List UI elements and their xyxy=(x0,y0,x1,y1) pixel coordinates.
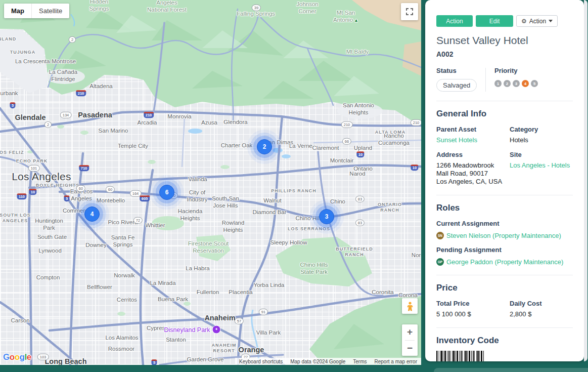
status-badge: Salvaged xyxy=(436,79,477,92)
attribution-item[interactable]: Terms xyxy=(353,359,367,364)
daily-cost-label: Daily Cost xyxy=(510,300,573,307)
map-cluster-marker[interactable]: 3 xyxy=(319,209,334,224)
address-value: 1266 Meadowbrook Mall Road, 90017 Los An… xyxy=(436,161,510,186)
google-logo-letter: e xyxy=(27,352,31,362)
app-window: ✦ Map Satellite + − Goog xyxy=(0,0,588,372)
priority-dot-1[interactable]: 1 xyxy=(494,80,502,87)
google-logo-letter: o xyxy=(10,352,15,362)
daily-cost-value: 2,800 $ xyxy=(510,310,573,318)
price-heading: Price xyxy=(436,283,573,293)
section-divider xyxy=(436,101,573,101)
chevron-down-icon xyxy=(549,20,553,22)
map-cluster-marker[interactable]: 4 xyxy=(84,206,100,222)
priority-dots: 12345 xyxy=(494,80,540,87)
total-price-value: 5 100 000 $ xyxy=(436,310,510,318)
map-zoom-control: + − xyxy=(402,324,418,356)
action-button[interactable]: Action xyxy=(436,15,473,27)
priority-dot-4[interactable]: 4 xyxy=(522,80,529,87)
parent-asset-label: Parent Asset xyxy=(436,126,510,133)
parent-asset-link[interactable]: Sunset Hotels xyxy=(436,136,477,144)
google-logo-letter: g xyxy=(20,352,25,362)
attribution-item[interactable]: Keyboard shortcuts xyxy=(239,359,283,364)
panel-scrollbar[interactable] xyxy=(584,0,587,361)
status-divider xyxy=(485,68,486,92)
google-logo[interactable]: Google xyxy=(3,352,31,362)
map-type-satellite-button[interactable]: Satellite xyxy=(32,7,69,15)
priority-dot-5[interactable]: 5 xyxy=(531,80,538,87)
map-canvas[interactable]: ✦ Map Satellite + − Goog xyxy=(0,0,421,365)
address-label: Address xyxy=(436,151,510,158)
fullscreen-button[interactable] xyxy=(401,3,418,20)
total-price-label: Total Price xyxy=(436,300,510,307)
status-label: Status xyxy=(436,67,478,74)
next-card-edge xyxy=(434,368,588,372)
category-label: Category xyxy=(510,126,573,133)
gear-icon: ⚙ xyxy=(521,18,527,24)
page-title: Sunset Valley Hotel xyxy=(436,34,573,47)
panel-toolbar: Action Edit ⚙ Action xyxy=(436,15,573,27)
zoom-out-button[interactable]: − xyxy=(402,341,418,356)
priority-label: Priority xyxy=(494,67,540,74)
section-divider xyxy=(436,195,573,195)
priority-dot-2[interactable]: 2 xyxy=(504,80,511,87)
edit-button[interactable]: Edit xyxy=(476,15,513,27)
section-divider xyxy=(436,275,573,275)
zoom-in-button[interactable]: + xyxy=(402,324,418,340)
avatar: GP xyxy=(436,258,444,266)
category-value: Hotels xyxy=(510,136,573,144)
map-type-map-button[interactable]: Map xyxy=(4,7,31,15)
map-cluster-marker[interactable]: 2 xyxy=(257,139,272,154)
attribution-item[interactable]: Report a map error xyxy=(375,359,417,364)
general-info-heading: General Info xyxy=(436,109,573,119)
site-label: Site xyxy=(510,151,573,158)
site-link[interactable]: Los Angeles - Hotels xyxy=(510,161,570,169)
action-dropdown-button[interactable]: ⚙ Action xyxy=(516,15,558,27)
fullscreen-icon xyxy=(405,8,414,16)
status-priority-row: Status Salvaged Priority 12345 xyxy=(436,67,573,92)
disneyland-poi-icon[interactable]: ✦ xyxy=(212,325,221,334)
barcode xyxy=(436,351,485,361)
current-assignment-row: SN Steven Nielson (Property Maintenance) xyxy=(436,232,573,239)
roles-heading: Roles xyxy=(436,203,573,213)
pegman-button[interactable] xyxy=(402,298,418,314)
map-attribution-bar: Keyboard shortcutsMap data ©2024 GoogleT… xyxy=(235,358,421,365)
section-divider xyxy=(436,327,573,328)
map-terrain-roads xyxy=(0,0,421,365)
pending-assignment-row: GP George Paddon (Property Maintenance) xyxy=(436,258,573,266)
avatar: SN xyxy=(436,232,444,239)
detail-panel: Action Edit ⚙ Action Sunset Valley Hotel… xyxy=(425,0,584,361)
pending-assignment-label: Pending Assignment xyxy=(436,246,573,254)
current-assignment-label: Current Assignment xyxy=(436,220,573,227)
priority-dot-3[interactable]: 3 xyxy=(513,80,520,87)
action-dropdown-label: Action xyxy=(529,18,546,25)
pegman-icon xyxy=(405,301,415,311)
inventory-code-heading: Inventory Code xyxy=(436,336,573,346)
pending-assignee-link[interactable]: George Paddon (Property Maintenance) xyxy=(446,258,563,266)
map-cluster-marker[interactable]: 6 xyxy=(159,185,174,200)
google-logo-letter: o xyxy=(15,352,20,362)
current-assignee-link[interactable]: Steven Nielson (Property Maintenance) xyxy=(446,232,561,239)
attribution-item: Map data ©2024 Google xyxy=(290,359,345,364)
asset-code: A002 xyxy=(436,50,573,58)
google-logo-letter: G xyxy=(3,352,10,362)
map-type-control: Map Satellite xyxy=(4,4,69,18)
